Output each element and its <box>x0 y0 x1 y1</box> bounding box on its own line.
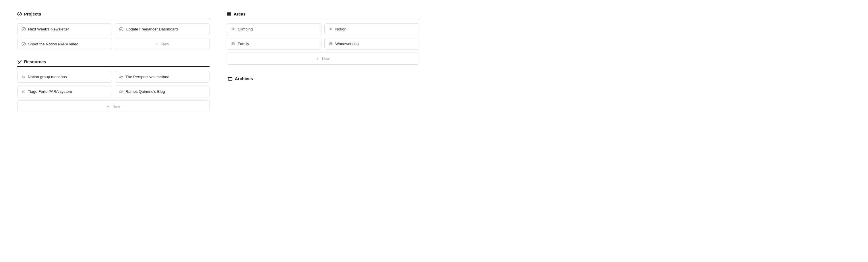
resources-section: Resources Notion group mentions <box>17 59 210 112</box>
resource-label-rames: Rames Quinerie's Blog <box>125 89 165 94</box>
project-new-button[interactable]: + New <box>115 38 210 50</box>
archives-icon <box>228 77 232 81</box>
resource-card-perspectives[interactable]: The Perspectives method <box>115 71 210 83</box>
project-label-newsletter: Next Week's Newsletter <box>28 27 69 31</box>
area-card-family[interactable]: Family <box>227 38 321 50</box>
area-new-label: New <box>322 57 330 61</box>
link-icon-rames <box>119 90 123 94</box>
archives-section: Archives <box>227 76 419 81</box>
project-label-notion-para: Shoot the Notion PARA video <box>28 42 79 46</box>
resources-icon <box>17 59 22 64</box>
area-label-notion: Notion <box>335 27 346 31</box>
resources-grid: Notion group mentions The Perspectives m… <box>17 71 210 112</box>
projects-grid: Next Week's Newsletter Update Freelancer… <box>17 23 210 50</box>
resource-card-rames[interactable]: Rames Quinerie's Blog <box>115 86 210 97</box>
area-label-family: Family <box>238 42 249 46</box>
svg-rect-6 <box>227 12 231 13</box>
main-layout: Projects Next Week's Newsletter <box>17 11 419 112</box>
project-label-freelancer: Update Freelancer Dashboard <box>126 27 178 31</box>
resource-label-tiago: Tiago Forte PARA system <box>28 89 72 94</box>
area-new-button[interactable]: + New <box>227 53 419 65</box>
projects-title: Projects <box>24 11 41 17</box>
left-column: Projects Next Week's Newsletter <box>17 11 210 112</box>
resource-label-notion-mentions: Notion group mentions <box>28 75 67 79</box>
areas-grid: Climbing Notion <box>227 23 419 65</box>
check-icon-notion-para <box>22 42 26 46</box>
areas-icon <box>227 12 231 17</box>
areas-title: Areas <box>234 11 246 17</box>
plus-icon-resources: + <box>107 104 109 109</box>
check-icon-freelancer <box>119 27 123 31</box>
link-icon-notion-mentions <box>22 75 26 79</box>
projects-section: Projects Next Week's Newsletter <box>17 11 210 50</box>
area-card-notion[interactable]: Notion <box>324 23 419 35</box>
area-card-woodworking[interactable]: Woodworking <box>324 38 419 50</box>
resources-title: Resources <box>24 59 46 64</box>
layers-icon-climbing <box>231 27 236 31</box>
plus-icon-projects: + <box>156 42 158 46</box>
svg-rect-8 <box>228 77 232 78</box>
svg-point-1 <box>22 27 26 31</box>
resource-card-notion-mentions[interactable]: Notion group mentions <box>17 71 112 83</box>
link-icon-tiago <box>22 90 26 94</box>
plus-icon-areas: + <box>316 56 319 61</box>
project-card-newsletter[interactable]: Next Week's Newsletter <box>17 23 112 35</box>
layers-icon-family <box>231 42 236 46</box>
link-icon-perspectives <box>119 75 123 79</box>
resource-new-button[interactable]: + New <box>17 100 210 112</box>
projects-icon <box>17 12 22 17</box>
area-label-woodworking: Woodworking <box>335 42 359 46</box>
svg-point-3 <box>22 42 26 46</box>
areas-header: Areas <box>227 11 419 19</box>
svg-rect-4 <box>227 14 231 16</box>
project-card-notion-para[interactable]: Shoot the Notion PARA video <box>17 38 112 50</box>
projects-header: Projects <box>17 11 210 19</box>
area-label-climbing: Climbing <box>238 27 253 31</box>
project-new-label: New <box>161 42 169 46</box>
archives-header: Archives <box>228 76 419 81</box>
check-icon-newsletter <box>22 27 26 31</box>
right-column: Areas Climbing <box>227 11 419 112</box>
svg-point-2 <box>119 27 123 31</box>
resource-label-perspectives: The Perspectives method <box>125 75 169 79</box>
svg-rect-5 <box>227 13 231 14</box>
resource-card-tiago[interactable]: Tiago Forte PARA system <box>17 86 112 97</box>
resources-header: Resources <box>17 59 210 67</box>
layers-icon-woodworking <box>329 42 333 46</box>
layers-icon-notion <box>329 27 333 31</box>
resource-new-label: New <box>113 104 120 109</box>
project-card-freelancer[interactable]: Update Freelancer Dashboard <box>115 23 210 35</box>
archives-title: Archives <box>235 76 253 81</box>
area-card-climbing[interactable]: Climbing <box>227 23 321 35</box>
areas-section: Areas Climbing <box>227 11 419 65</box>
